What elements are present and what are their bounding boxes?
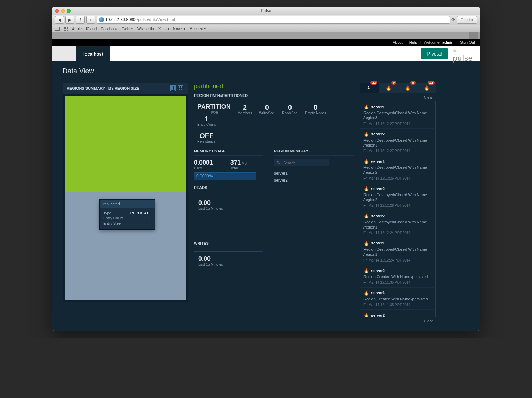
bookmark-wikipedia[interactable]: Wikipedia bbox=[137, 27, 154, 31]
alert-message: Region Destroyed/Closed With Name /regio… bbox=[363, 247, 431, 257]
treemap-view-icon[interactable] bbox=[170, 85, 176, 91]
new-tab-button[interactable]: + bbox=[469, 32, 478, 39]
app-root: About | Help | Welcome admin | Sign Out … bbox=[52, 39, 480, 331]
svg-rect-4 bbox=[181, 86, 182, 88]
bookmark-twitter[interactable]: Twitter bbox=[122, 27, 133, 31]
fire-icon: 🔥 bbox=[405, 85, 410, 91]
clear-link-top[interactable]: Clear bbox=[360, 93, 436, 101]
alert-server: server2 bbox=[371, 214, 385, 218]
memory-bar: 0.0000% bbox=[194, 172, 256, 180]
search-input[interactable] bbox=[283, 161, 327, 165]
alert-server: server2 bbox=[371, 132, 385, 136]
members-search[interactable] bbox=[274, 159, 329, 166]
reading-list-icon[interactable] bbox=[55, 27, 60, 31]
member-item[interactable]: server2 bbox=[274, 177, 354, 184]
window-title: Pulse bbox=[52, 8, 480, 13]
alert-time: Fri Mar 14 12:12:24 PDT 2014 bbox=[363, 258, 431, 262]
fire-icon: 🔥 bbox=[386, 85, 391, 91]
alert-item[interactable]: 🔥server1 Region Destroyed/Closed With Na… bbox=[360, 238, 434, 265]
alert-server: server2 bbox=[371, 313, 385, 317]
top-sites-icon[interactable] bbox=[64, 27, 68, 31]
alert-item[interactable]: 🔥server1 Region Created With Name /persi… bbox=[360, 288, 434, 310]
reload-icon[interactable]: ⟳ bbox=[451, 17, 456, 23]
fire-icon: 🔥 bbox=[363, 313, 369, 317]
bookmark-facebook[interactable]: Facebook bbox=[101, 27, 117, 31]
alert-tab-all[interactable]: All22 bbox=[360, 83, 379, 93]
alert-time: Fri Mar 14 12:12:27 PDT 2014 bbox=[363, 122, 431, 126]
writes-title: WRITES bbox=[194, 241, 263, 248]
header-bar: localhost Pivotal ııllııpulse bbox=[52, 46, 480, 61]
back-button[interactable]: ◀ bbox=[55, 16, 64, 24]
host-tab[interactable]: localhost bbox=[76, 46, 110, 61]
fire-icon: 🔥 bbox=[363, 213, 369, 218]
reads-chart: 0.00 Last 15 Minutes bbox=[194, 196, 263, 234]
bookmark-apple[interactable]: Apple bbox=[72, 27, 82, 31]
alert-message: Region Destroyed/Closed With Name /regio… bbox=[363, 138, 431, 148]
treemap-region-partitioned[interactable] bbox=[65, 96, 186, 192]
svg-rect-3 bbox=[179, 86, 180, 88]
forward-button[interactable]: ▶ bbox=[65, 16, 74, 24]
fire-icon: 🔥 bbox=[363, 241, 369, 246]
alert-item[interactable]: 🔥server1 Region Destroyed/Closed With Na… bbox=[360, 156, 434, 183]
alert-item[interactable]: 🔥server2 Region Created With Name /persi… bbox=[360, 265, 434, 288]
fire-icon: 🔥 bbox=[363, 104, 369, 109]
grid-view-icon[interactable] bbox=[178, 85, 183, 91]
alert-item[interactable]: 🔥server2 bbox=[360, 310, 434, 317]
tab-bar: + bbox=[52, 32, 480, 39]
svg-line-8 bbox=[279, 163, 280, 164]
svg-rect-5 bbox=[179, 89, 180, 90]
member-item[interactable]: server1 bbox=[274, 170, 354, 177]
treemap-region-replicated[interactable]: replicated TypeREPLICATE Entry Count1 En… bbox=[65, 192, 186, 300]
bookmarks-bar: Apple iCloud Facebook Twitter Wikipedia … bbox=[52, 25, 480, 32]
titlebar: Pulse bbox=[52, 7, 480, 15]
signout-link[interactable]: Sign Out bbox=[460, 40, 475, 44]
alert-time: Fri Mar 14 12:12:27 PDT 2014 bbox=[363, 149, 431, 153]
alerts-list[interactable]: 🔥server1 Region Destroyed/Closed With Na… bbox=[360, 101, 436, 317]
reader-button[interactable]: Reader bbox=[457, 16, 477, 24]
bookmark-news[interactable]: News ▾ bbox=[173, 26, 186, 31]
treemap: replicated TypeREPLICATE Entry Count1 En… bbox=[63, 94, 188, 302]
writes-chart: 0.00 Last 15 Minutes bbox=[194, 251, 263, 290]
page-title: Data View bbox=[63, 67, 436, 75]
user-label: admin bbox=[442, 40, 453, 44]
fire-icon: 🔥 bbox=[363, 268, 369, 273]
pivotal-button[interactable]: Pivotal bbox=[421, 48, 448, 59]
alert-item[interactable]: 🔥server2 Region Destroyed/Closed With Na… bbox=[360, 210, 434, 238]
alert-tab-error[interactable]: 🔥0 bbox=[398, 83, 417, 93]
about-link[interactable]: About bbox=[393, 40, 403, 44]
alert-message: Region Destroyed/Closed With Name /regio… bbox=[363, 192, 431, 202]
url-bar[interactable]: 10.62.2.30:8080/pulse/dataView.html bbox=[97, 16, 450, 24]
add-button[interactable]: + bbox=[86, 16, 95, 24]
bookmark-yahoo[interactable]: Yahoo bbox=[158, 27, 169, 31]
content: Data View REGIONS SUMMARY - BY REGION SI… bbox=[52, 61, 480, 331]
regions-summary-title: REGIONS SUMMARY - BY REGION SIZE bbox=[67, 86, 139, 90]
alert-server: server2 bbox=[371, 186, 385, 191]
regions-summary-header: REGIONS SUMMARY - BY REGION SIZE bbox=[63, 83, 188, 94]
bookmark-popular[interactable]: Popular ▾ bbox=[190, 26, 206, 31]
alert-item[interactable]: 🔥server1 Region Destroyed/Closed With Na… bbox=[360, 101, 434, 129]
tooltip-title: replicated bbox=[100, 200, 155, 208]
alert-item[interactable]: 🔥server2 Region Destroyed/Closed With Na… bbox=[360, 129, 434, 156]
fire-icon: 🔥 bbox=[363, 186, 369, 191]
alert-server: server1 bbox=[371, 105, 385, 109]
welcome-label: Welcome bbox=[424, 40, 440, 44]
share-button[interactable]: ⤴ bbox=[76, 16, 85, 24]
alert-item[interactable]: 🔥server2 Region Destroyed/Closed With Na… bbox=[360, 183, 434, 211]
fire-icon: 🔥 bbox=[363, 132, 369, 137]
alert-message: Region Destroyed/Closed With Name /regio… bbox=[363, 219, 431, 230]
alert-tab-severe[interactable]: 🔥0 bbox=[379, 83, 398, 93]
svg-rect-6 bbox=[181, 89, 182, 90]
url-host: 10.62.2.30:8080 bbox=[105, 17, 136, 22]
member-list: server1 server2 bbox=[274, 170, 354, 184]
bookmark-icloud[interactable]: iCloud bbox=[86, 27, 97, 31]
browser-window: Pulse ◀ ▶ ⤴ + 10.62.2.30:8080/pulse/data… bbox=[52, 7, 480, 331]
alert-server: server1 bbox=[371, 241, 385, 245]
clear-link-bottom[interactable]: Clear bbox=[360, 317, 436, 325]
members-title: REGION MEMBERS bbox=[274, 149, 354, 156]
alert-message: Region Destroyed/Closed With Name /regio… bbox=[363, 165, 431, 175]
alert-tab-warning[interactable]: 🔥22 bbox=[417, 83, 436, 93]
alert-server: server2 bbox=[371, 268, 385, 273]
stats-row: PARTITIONType 2Members 0Write/Sec. 0Read… bbox=[194, 103, 354, 126]
help-link[interactable]: Help bbox=[409, 40, 417, 44]
region-path: REGION PATH:/PARTITIONED bbox=[194, 93, 354, 100]
